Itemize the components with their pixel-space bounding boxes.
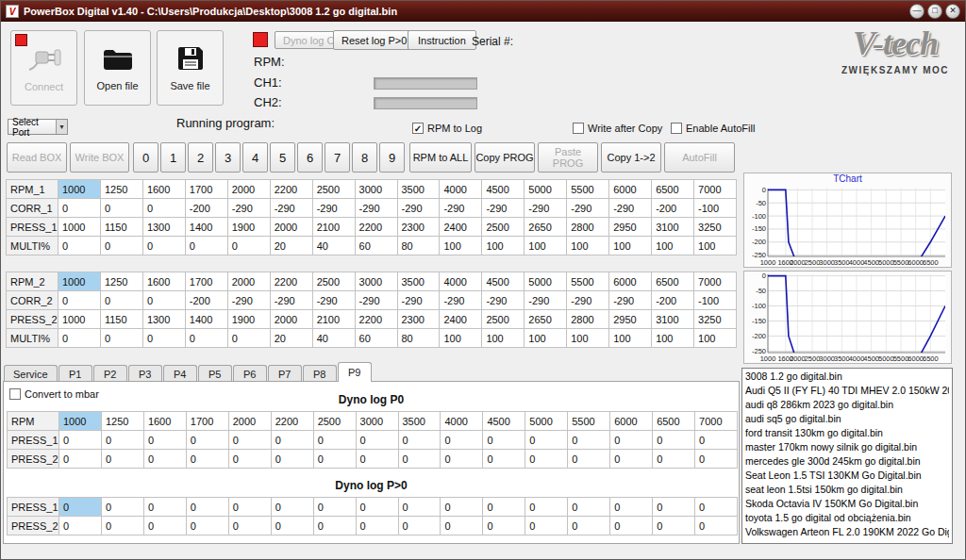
- grid-cell[interactable]: 0: [58, 237, 101, 255]
- tab-p6[interactable]: P6: [233, 365, 267, 382]
- grid-cell[interactable]: 0: [143, 431, 186, 450]
- grid-cell[interactable]: 0: [525, 431, 568, 450]
- grid-cell[interactable]: 100: [440, 329, 482, 348]
- maximize-button[interactable]: □: [927, 4, 942, 19]
- grid-cell[interactable]: 0: [271, 498, 313, 517]
- grid-cell[interactable]: 0: [483, 517, 525, 535]
- grid-cell[interactable]: 4500: [483, 412, 525, 431]
- grid-cell[interactable]: -290: [397, 291, 440, 310]
- grid-cell[interactable]: 1900: [227, 218, 270, 237]
- grid-cell[interactable]: -200: [652, 291, 694, 310]
- paste-prog-button[interactable]: Paste PROG: [538, 142, 598, 173]
- grid-cell[interactable]: 1700: [185, 180, 227, 199]
- grid-cell[interactable]: 0: [441, 450, 483, 469]
- grid-cell[interactable]: 2950: [609, 310, 652, 329]
- write-box-button[interactable]: Write BOX: [70, 142, 129, 173]
- grid-cell[interactable]: 2200: [271, 412, 313, 431]
- grid-cell[interactable]: 100: [567, 329, 609, 348]
- file-list-item[interactable]: ford transit 130km go digital.bin: [745, 426, 949, 440]
- grid-cell[interactable]: 2100: [312, 310, 355, 329]
- grid-cell[interactable]: -290: [567, 199, 609, 218]
- grid-cell[interactable]: 0: [313, 517, 356, 535]
- grid-cell[interactable]: 1150: [100, 310, 142, 329]
- program-digit-5[interactable]: 5: [270, 142, 295, 173]
- grid-cell[interactable]: 20: [270, 329, 312, 348]
- grid-cell[interactable]: 2800: [567, 218, 609, 237]
- grid-cell[interactable]: 0: [653, 431, 695, 450]
- grid-cell[interactable]: 1300: [142, 218, 185, 237]
- grid-cell[interactable]: 0: [356, 498, 398, 517]
- grid-cell[interactable]: 0: [610, 517, 653, 535]
- grid-cell[interactable]: -290: [270, 291, 312, 310]
- grid-cell[interactable]: 0: [653, 450, 695, 469]
- tab-p7[interactable]: P7: [268, 365, 302, 382]
- grid-cell[interactable]: 0: [695, 450, 738, 469]
- grid-cell[interactable]: 1150: [100, 218, 142, 237]
- grid-cell[interactable]: 0: [441, 431, 483, 450]
- grid-cell[interactable]: 0: [356, 431, 398, 450]
- grid-cell[interactable]: 100: [482, 237, 525, 255]
- grid-cell[interactable]: 0: [695, 498, 738, 517]
- grid-cell[interactable]: 2500: [312, 272, 355, 291]
- grid-cell[interactable]: 100: [609, 237, 652, 255]
- grid-cell[interactable]: 1600: [143, 412, 186, 431]
- grid-cell[interactable]: -290: [397, 199, 440, 218]
- grid-cell[interactable]: 0: [568, 498, 610, 517]
- grid-cell[interactable]: 4000: [440, 180, 482, 199]
- tab-p4[interactable]: P4: [163, 365, 197, 382]
- grid-cell[interactable]: -290: [482, 199, 525, 218]
- grid-cell[interactable]: 0: [356, 517, 398, 535]
- file-list-item[interactable]: Skoda Octavia IV 150KM Go Digital.bin: [745, 497, 949, 511]
- rpm-to-all-button[interactable]: RPM to ALL: [409, 142, 472, 173]
- tab-p9[interactable]: P9: [338, 362, 372, 382]
- grid-cell[interactable]: -290: [525, 199, 567, 218]
- grid-cell[interactable]: 5500: [567, 272, 609, 291]
- grid-cell[interactable]: -290: [482, 291, 525, 310]
- rpm-to-log-checkbox[interactable]: RPM to Log: [412, 123, 482, 134]
- grid-cell[interactable]: 0: [142, 329, 185, 348]
- grid-cell[interactable]: 0: [101, 517, 143, 535]
- grid-cell[interactable]: 2400: [440, 310, 482, 329]
- grid-cell[interactable]: 0: [58, 199, 101, 218]
- program-digit-6[interactable]: 6: [297, 142, 323, 173]
- grid-cell[interactable]: 0: [441, 517, 483, 535]
- grid-cell[interactable]: 6000: [610, 412, 653, 431]
- grid-cell[interactable]: 3100: [652, 310, 694, 329]
- grid-cell[interactable]: 100: [482, 329, 525, 348]
- close-button[interactable]: ✕: [945, 4, 960, 19]
- grid-cell[interactable]: 2100: [312, 218, 355, 237]
- grid-cell[interactable]: 4500: [482, 180, 525, 199]
- grid-cell[interactable]: 3000: [356, 412, 398, 431]
- grid-cell[interactable]: 0: [101, 498, 143, 517]
- grid-cell[interactable]: 1300: [142, 310, 185, 329]
- grid-cell[interactable]: -290: [609, 199, 652, 218]
- program-digit-8[interactable]: 8: [352, 142, 377, 173]
- grid-cell[interactable]: 0: [653, 517, 695, 535]
- tab-p2[interactable]: P2: [93, 365, 127, 382]
- tab-p8[interactable]: P8: [303, 365, 337, 382]
- file-list[interactable]: 3008 1.2 go digital.binAudi Q5 II (FY FL…: [741, 368, 953, 544]
- grid-cell[interactable]: 2650: [525, 218, 567, 237]
- grid-cell[interactable]: 1250: [100, 180, 142, 199]
- grid-cell[interactable]: 2000: [270, 218, 312, 237]
- file-list-item[interactable]: Seat Leon 1.5 TSI 130KM Go Digital.bin: [745, 469, 949, 483]
- grid-cell[interactable]: 0: [568, 431, 610, 450]
- grid-cell[interactable]: 1000: [58, 310, 101, 329]
- grid-cell[interactable]: 1700: [185, 272, 227, 291]
- grid-cell[interactable]: 0: [101, 450, 143, 469]
- tab-service[interactable]: Service: [4, 365, 58, 382]
- grid-cell[interactable]: -100: [694, 199, 737, 218]
- grid-cell[interactable]: 60: [355, 329, 397, 348]
- grid-cell[interactable]: 0: [313, 450, 356, 469]
- grid-cell[interactable]: 0: [568, 450, 610, 469]
- grid-cell[interactable]: 0: [228, 450, 271, 469]
- grid-cell[interactable]: 0: [313, 431, 356, 450]
- grid-cell[interactable]: -290: [355, 199, 397, 218]
- grid-cell[interactable]: 0: [695, 517, 738, 535]
- instruction-button[interactable]: Instruction: [408, 30, 476, 50]
- grid-cell[interactable]: 100: [440, 237, 482, 255]
- grid-cell[interactable]: 1000: [58, 218, 101, 237]
- grid-cell[interactable]: -200: [185, 291, 227, 310]
- grid-cell[interactable]: 0: [610, 431, 653, 450]
- program-digit-9[interactable]: 9: [379, 142, 405, 173]
